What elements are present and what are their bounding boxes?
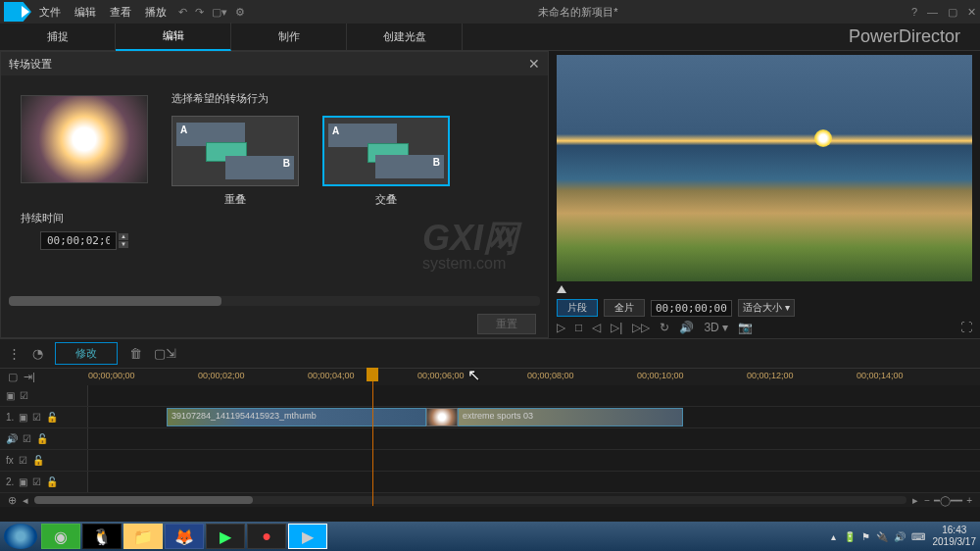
duration-label: 持续时间 — [21, 211, 64, 225]
expand-icon[interactable]: ⛶ — [960, 321, 972, 334]
settings-icon[interactable]: ⚙ — [235, 6, 245, 19]
tab-capture[interactable]: 捕捉 — [0, 24, 116, 50]
audio-visible-icon[interactable]: ☑ — [23, 433, 31, 444]
taskbar-app-5[interactable]: ▶ — [206, 524, 245, 549]
timeline-ruler[interactable]: 00;00;00;0000;00;02;0000;00;04;0000;00;0… — [88, 369, 980, 385]
video-track-2-icon[interactable]: ▣ — [19, 476, 27, 487]
movie-mode-button[interactable]: 全片 — [604, 299, 645, 317]
volume-icon[interactable]: 🔊 — [679, 321, 694, 334]
tray-network-icon[interactable]: 🔌 — [876, 531, 888, 542]
audio-track-icon[interactable]: 🔊 — [6, 433, 18, 444]
clip-mode-button[interactable]: 片段 — [557, 299, 598, 317]
video-track-1[interactable]: 39107284_1411954415923_mthumb extreme sp… — [88, 407, 980, 427]
fx-visible-icon[interactable]: ☑ — [19, 455, 27, 466]
fx-lock-icon[interactable]: 🔓 — [32, 455, 44, 466]
start-button[interactable] — [4, 524, 37, 549]
tray-battery-icon[interactable]: 🔋 — [844, 531, 856, 542]
zoom-out-icon[interactable]: − — [924, 495, 930, 506]
zoom-slider[interactable]: ━◯━━ — [934, 495, 962, 506]
preview-seekbar[interactable] — [557, 283, 972, 297]
menu-view[interactable]: 查看 — [110, 5, 131, 20]
menu-play[interactable]: 播放 — [145, 5, 167, 20]
modify-button[interactable]: 修改 — [55, 342, 118, 365]
tray-lang-icon[interactable]: ⌨ — [911, 531, 925, 542]
brand-label: PowerDirector — [849, 26, 960, 47]
track-lock-icon[interactable]: 🔓 — [46, 412, 58, 423]
video-track-2[interactable] — [88, 472, 980, 492]
maximize-icon[interactable]: ▢ — [948, 6, 957, 19]
ruler-tick: 00;00;12;00 — [747, 371, 794, 380]
duration-down-icon[interactable]: ▼ — [119, 241, 128, 248]
audio-lock-icon[interactable]: 🔓 — [36, 433, 48, 444]
audio-track-1[interactable] — [88, 428, 980, 449]
stop-icon[interactable]: □ — [575, 321, 582, 334]
menu-file[interactable]: 文件 — [39, 5, 61, 20]
taskbar-explorer[interactable]: 📁 — [123, 524, 163, 549]
taskbar-clock[interactable]: 16:43 2019/3/17 — [933, 525, 977, 548]
menu-edit[interactable]: 编辑 — [74, 5, 96, 20]
check-all-icon[interactable]: ☑ — [20, 390, 28, 401]
behavior-cross[interactable]: A B 交叠 — [322, 116, 450, 207]
taskbar-app-1[interactable]: ◉ — [41, 524, 80, 549]
add-track-icon[interactable]: ⊕ — [8, 494, 17, 507]
tray-volume-icon[interactable]: 🔊 — [894, 531, 906, 542]
scroll-left-icon[interactable]: ◂ — [23, 494, 28, 507]
track-header-area — [88, 385, 980, 406]
timeline-scrollbar[interactable] — [34, 496, 906, 504]
minimize-icon[interactable]: — — [927, 6, 938, 19]
play-icon[interactable]: ▷ — [557, 321, 565, 334]
video-clip-1[interactable]: 39107284_1411954415923_mthumb — [167, 408, 426, 426]
scroll-right-icon[interactable]: ▸ — [912, 494, 918, 507]
duration-input[interactable] — [40, 231, 117, 250]
panel-close-icon[interactable]: ✕ — [528, 56, 540, 72]
track2-lock-icon[interactable]: 🔓 — [46, 476, 58, 487]
more-tools-icon[interactable]: ▢⇲ — [154, 346, 176, 361]
video-track-icon[interactable]: ▣ — [19, 412, 27, 423]
tab-edit[interactable]: 编辑 — [116, 23, 231, 51]
taskbar-powerdirector[interactable]: ▶ — [288, 524, 327, 549]
behavior-label: 选择希望的转场行为 — [172, 91, 528, 106]
ruler-tick: 00;00;08;00 — [527, 371, 574, 380]
fx-track[interactable] — [88, 450, 980, 471]
video-clip-2[interactable]: extreme sports 03 — [458, 408, 683, 426]
aspect-icon[interactable]: ▢▾ — [212, 6, 227, 19]
duration-up-icon[interactable]: ▲ — [119, 233, 128, 240]
redo-icon[interactable]: ↷ — [195, 6, 204, 19]
taskbar-firefox[interactable]: 🦊 — [165, 524, 204, 549]
prev-frame-icon[interactable]: ◁ — [592, 321, 601, 334]
preview-timecode[interactable]: 00;00;00;00 — [651, 300, 732, 317]
track-collapse-icon[interactable]: ▢ — [8, 371, 18, 383]
transition-clip[interactable] — [426, 408, 458, 426]
tray-expand-icon[interactable]: ▴ — [831, 531, 836, 542]
track2-visible-icon[interactable]: ☑ — [32, 476, 41, 487]
delete-icon[interactable]: 🗑 — [129, 346, 142, 361]
ruler-tick: 00;00;04;00 — [308, 371, 355, 380]
behavior-overlap[interactable]: A B 重叠 — [172, 116, 299, 207]
track-visible-icon[interactable]: ☑ — [32, 412, 41, 423]
track-jump-icon[interactable]: ⇥| — [24, 371, 35, 383]
playhead-line — [372, 369, 373, 506]
fit-select[interactable]: 适合大小 ▾ — [738, 299, 795, 317]
tab-produce[interactable]: 制作 — [231, 24, 347, 50]
help-icon[interactable]: ? — [911, 6, 917, 19]
undo-icon[interactable]: ↶ — [178, 6, 187, 19]
taskbar-app-2[interactable]: 🐧 — [82, 524, 122, 549]
playhead-marker[interactable] — [367, 368, 378, 381]
tab-disc[interactable]: 创建光盘 — [347, 24, 463, 50]
next-frame-icon[interactable]: ▷| — [611, 321, 622, 334]
marker-icon[interactable]: ◔ — [32, 346, 43, 361]
track-1-label: 1. — [6, 412, 14, 423]
3d-select[interactable]: 3D ▾ — [704, 321, 728, 334]
close-window-icon[interactable]: ✕ — [967, 6, 976, 19]
ruler-tick: 00;00;10;00 — [637, 371, 684, 380]
project-title: 未命名的新项目* — [245, 5, 911, 20]
taskbar-record[interactable]: ● — [247, 524, 286, 549]
reset-button[interactable]: 重置 — [477, 314, 536, 334]
fast-forward-icon[interactable]: ▷▷ — [632, 321, 650, 334]
zoom-in-icon[interactable]: + — [966, 495, 972, 506]
loop-icon[interactable]: ↻ — [660, 321, 669, 334]
snapshot-icon[interactable]: 📷 — [738, 321, 753, 334]
tray-action-icon[interactable]: ⚑ — [861, 531, 870, 542]
panel-scrollbar[interactable] — [9, 296, 540, 306]
select-all-icon[interactable]: ▣ — [6, 390, 15, 401]
